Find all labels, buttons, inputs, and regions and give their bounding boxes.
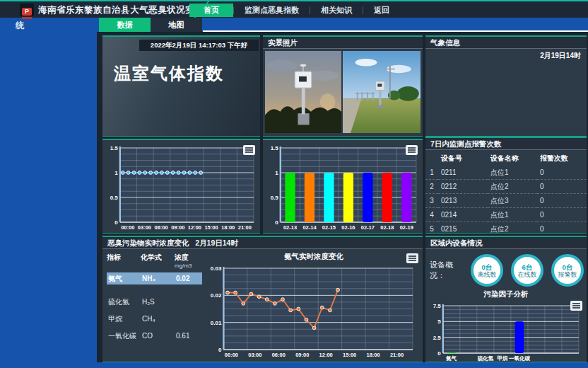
- svg-text:00:00: 00:00: [225, 352, 238, 358]
- panel-region-devices: 区域内设备情况 设备概况： 0台离线数6台在线数0台报警数 污染因子分析 02.…: [425, 236, 587, 362]
- nav-item-1[interactable]: 监测点恶臭指数: [234, 4, 310, 17]
- device-overview-label: 设备概况：: [430, 260, 465, 281]
- odor-rows: 氨气NH₃0.02硫化氢H₂S甲烷CH₄一氧化碳CO0.61: [107, 272, 202, 342]
- alarm-table-header: 设备号设备名称报警次数: [425, 151, 587, 166]
- svg-text:0.03: 0.03: [211, 265, 222, 272]
- panel-greenhouse-line-chart: 00.511.500:0003:0006:0009:0012:0015:0018…: [102, 139, 260, 234]
- alarm-table-row: 30213点位30: [425, 194, 587, 208]
- svg-text:5: 5: [437, 318, 441, 325]
- svg-text:02-13: 02-13: [283, 224, 297, 231]
- app-logo-icon: P: [20, 4, 34, 16]
- tab-1[interactable]: 地图: [151, 18, 202, 32]
- odor-col-formula: 化学式: [141, 253, 175, 263]
- alarm-col-header: 设备名称: [488, 151, 537, 166]
- stat-label: 在线数: [518, 271, 537, 278]
- svg-text:一氧化碳: 一氧化碳: [509, 355, 531, 362]
- stat-count: 0台: [563, 263, 573, 271]
- alarm-table-row: 10211点位10: [425, 166, 587, 180]
- ammonia-chart-title: 氨气实时浓度变化: [205, 249, 423, 263]
- svg-text:03:00: 03:00: [248, 352, 261, 358]
- stat-count: 6台: [522, 263, 533, 271]
- odor-panel-time: 2月19日14时: [195, 238, 238, 247]
- stat-label: 离线数: [478, 271, 497, 278]
- alarm-col-header: 报警次数: [537, 151, 587, 166]
- svg-text:7.5: 7.5: [433, 303, 442, 309]
- svg-text:02-14: 02-14: [302, 224, 317, 231]
- nav-item-2[interactable]: 相关知识: [310, 4, 363, 17]
- main-nav: 首页监测点恶臭指数相关知识返回: [189, 4, 400, 17]
- greenhouse-line-chart: 00.511.500:0003:0006:0009:0012:0015:0018…: [105, 142, 258, 231]
- odor-row[interactable]: 硫化氢H₂S: [107, 296, 202, 308]
- daily-index-bar-chart: 00.511.502-1302-1402-1502-1602-1702-1802…: [265, 142, 421, 231]
- svg-text:1.5: 1.5: [271, 145, 279, 151]
- svg-text:0.5: 0.5: [110, 195, 119, 201]
- device-stat-circles: 0台离线数6台在线数0台报警数: [471, 254, 584, 287]
- alarm-table-row: 40214点位10: [425, 208, 587, 222]
- nav-item-0[interactable]: 首页: [189, 4, 233, 17]
- odor-col-indicator: 指标: [107, 253, 141, 263]
- chart-toolbox-icon[interactable]: [406, 145, 418, 155]
- region-devices-title: 区域内设备情况: [425, 237, 587, 249]
- photo-station-field[interactable]: [343, 51, 421, 133]
- chart-toolbox-icon[interactable]: [243, 145, 255, 155]
- photo-row: [263, 49, 423, 135]
- scene-photos-title: 实景照片: [263, 37, 423, 49]
- ammonia-line-chart: 00.010.020.0300:0003:0006:0009:0012:0015…: [205, 263, 417, 359]
- odor-col-unit: mg/m3: [175, 263, 203, 269]
- alarm-table-row: 50215点位20: [425, 222, 587, 236]
- svg-text:02-17: 02-17: [361, 224, 375, 231]
- svg-text:2.5: 2.5: [433, 335, 442, 341]
- svg-text:1: 1: [275, 170, 278, 176]
- svg-text:1.5: 1.5: [110, 145, 119, 151]
- svg-text:1: 1: [114, 170, 118, 176]
- header-bar: P 海南省乐东黎族自治县大气恶臭状况实时发布系 首页监测点恶臭指数相关知识返回: [0, 0, 588, 18]
- svg-text:02-18: 02-18: [380, 224, 394, 231]
- stat-label: 报警数: [558, 271, 577, 278]
- odor-row[interactable]: 氨气NH₃0.02: [107, 272, 202, 284]
- svg-text:06:00: 06:00: [272, 352, 286, 358]
- svg-text:12:00: 12:00: [319, 352, 333, 358]
- svg-text:21:00: 21:00: [390, 352, 404, 358]
- svg-text:21:00: 21:00: [238, 224, 252, 231]
- panel-daily-index-bar-chart: 00.511.502-1302-1402-1502-1602-1702-1802…: [263, 139, 423, 234]
- svg-text:18:00: 18:00: [367, 352, 380, 358]
- svg-text:02-19: 02-19: [400, 224, 413, 231]
- ammonia-chart-area: 氨气实时浓度变化 00.010.020.0300:0003:0006:0009:…: [205, 249, 423, 362]
- svg-text:0.5: 0.5: [271, 195, 279, 201]
- svg-text:氨气: 氨气: [445, 355, 457, 362]
- pollution-factor-bar-chart: 02.557.5氨气硫化氢甲烷一氧化碳: [428, 300, 583, 362]
- svg-text:15:00: 15:00: [343, 352, 356, 358]
- app-title-overflow: 统: [16, 20, 24, 32]
- nav-item-3[interactable]: 返回: [363, 4, 400, 17]
- svg-text:0: 0: [437, 350, 441, 357]
- stat-count: 0台: [482, 263, 493, 271]
- weather-time: 2月19日14时: [425, 49, 587, 63]
- pollution-factor-title: 污染因子分析: [425, 289, 587, 299]
- chart-toolbox-icon[interactable]: [406, 253, 418, 263]
- greenhouse-index-title: 温室气体指数: [114, 62, 224, 85]
- datetime-bar: 2022年2月19日 14:17:03 下午好: [139, 40, 259, 51]
- panel-odor-concentration: 恶臭污染物实时浓度变化 2月19日14时 指标 化学式 浓度mg/m3 氨气NH…: [102, 236, 423, 362]
- svg-text:15:00: 15:00: [204, 224, 218, 231]
- stat-circle-2: 0台报警数: [551, 254, 584, 287]
- photo-station-sunset[interactable]: [265, 51, 341, 133]
- panel-scene-photos: 实景照片: [263, 35, 423, 137]
- svg-text:02-15: 02-15: [322, 224, 336, 231]
- svg-text:0.02: 0.02: [211, 292, 222, 299]
- svg-text:02-16: 02-16: [341, 224, 355, 231]
- odor-row[interactable]: 甲烷CH₄: [107, 313, 202, 325]
- svg-text:硫化氢: 硫化氢: [478, 355, 494, 362]
- odor-panel-title: 恶臭污染物实时浓度变化: [107, 238, 189, 247]
- svg-text:0: 0: [275, 219, 278, 226]
- tab-0[interactable]: 数据: [99, 18, 151, 32]
- chart-toolbox-icon[interactable]: [570, 301, 582, 311]
- stat-circle-0: 0台离线数: [471, 254, 503, 287]
- odor-row[interactable]: 一氧化碳CO0.61: [107, 330, 202, 342]
- panel-greenhouse-index: 2022年2月19日 14:17:03 下午好 温室气体指数: [102, 35, 260, 137]
- tab-strip: 数据地图: [99, 18, 202, 32]
- app-root: P 海南省乐东黎族自治县大气恶臭状况实时发布系 首页监测点恶臭指数相关知识返回 …: [0, 0, 588, 368]
- alarm-counts-title: 7日内监测点报警次数: [425, 138, 587, 150]
- odor-col-value: 浓度: [175, 253, 189, 261]
- alarm-table-row: 20212点位20: [425, 180, 587, 194]
- alarm-col-header: 设备号: [438, 151, 488, 166]
